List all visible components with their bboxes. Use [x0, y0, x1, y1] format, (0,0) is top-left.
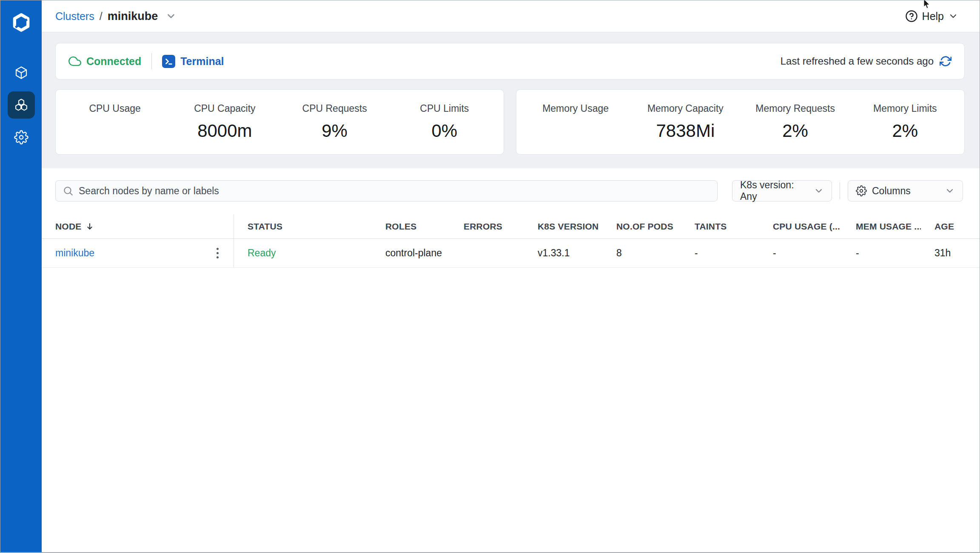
column-header-k8s-version[interactable]: K8S VERSION: [524, 214, 603, 238]
connection-status-bar: Connected Terminal Last refreshed a few …: [55, 43, 965, 79]
nodes-list-section: K8s version: Any Columns NODE: [42, 168, 980, 552]
breadcrumb-clusters-link[interactable]: Clusters: [55, 10, 94, 23]
app-logo[interactable]: [10, 12, 32, 34]
stat-label: Memory Usage: [542, 103, 609, 114]
column-header-cpu-usage[interactable]: CPU USAGE (...: [759, 214, 842, 238]
status-badge: Ready: [248, 247, 276, 259]
roles-cell: control-plane: [372, 239, 450, 267]
age-value: 31h: [934, 247, 951, 259]
stat-cpu-limits: CPU Limits 0%: [390, 103, 499, 142]
column-header-age[interactable]: AGE: [921, 214, 980, 238]
nodes-table: NODE STATUS ROLES ERRORS K8S VERSION NO.…: [42, 214, 980, 268]
taints-cell: -: [681, 239, 759, 267]
stat-value: 7838Mi: [656, 120, 715, 142]
stat-value: 0%: [432, 120, 458, 142]
column-header-label: ROLES: [385, 221, 416, 232]
k8s-version-value: v1.33.1: [538, 247, 570, 259]
stat-label: Memory Requests: [755, 103, 835, 114]
column-header-label: STATUS: [248, 221, 282, 232]
cpu-usage-value: -: [773, 247, 776, 259]
column-header-errors[interactable]: ERRORS: [450, 214, 524, 238]
help-label: Help: [922, 10, 944, 23]
stat-value: 2%: [782, 120, 808, 142]
column-header-label: NO.OF PODS: [616, 221, 673, 232]
column-header-label: CPU USAGE (...: [773, 221, 840, 232]
pods-cell: 8: [603, 239, 681, 267]
chevron-down-icon: [948, 11, 958, 21]
table-header-row: NODE STATUS ROLES ERRORS K8S VERSION NO.…: [42, 214, 980, 239]
breadcrumb-current-cluster: minikube: [108, 10, 158, 23]
stat-value: 2%: [892, 120, 918, 142]
column-header-status[interactable]: STATUS: [234, 214, 372, 238]
cluster-icon: [14, 97, 29, 113]
column-header-label: MEM USAGE ...: [856, 221, 921, 232]
main-area: Clusters / minikube Help: [42, 0, 980, 552]
column-header-taints[interactable]: TAINTS: [681, 214, 759, 238]
stat-cpu-capacity: CPU Capacity 8000m: [170, 103, 279, 142]
columns-dropdown-label: Columns: [872, 185, 940, 197]
column-header-label: ERRORS: [464, 221, 502, 232]
column-header-mem-usage[interactable]: MEM USAGE ...: [842, 214, 921, 238]
gear-icon: [856, 185, 867, 196]
cube-icon: [14, 65, 29, 80]
mem-usage-value: -: [856, 247, 859, 259]
column-header-node[interactable]: NODE: [42, 214, 234, 238]
roles-value: control-plane: [385, 247, 442, 259]
sidebar-item-resources[interactable]: [8, 59, 35, 86]
search-icon: [63, 185, 74, 196]
terminal-button[interactable]: Terminal: [162, 55, 224, 68]
column-header-label: AGE: [934, 221, 954, 232]
column-header-roles[interactable]: ROLES: [372, 214, 450, 238]
sort-desc-icon: [85, 222, 94, 231]
terminal-label: Terminal: [180, 55, 224, 68]
stat-cpu-usage: CPU Usage: [60, 103, 170, 142]
stat-memory-capacity: Memory Capacity 7838Mi: [630, 103, 740, 142]
sidebar: [0, 0, 42, 552]
errors-cell: [450, 239, 524, 267]
divider: [151, 53, 152, 69]
cpu-stats-card: CPU Usage CPU Capacity 8000m CPU Request…: [55, 89, 504, 155]
app-window: Clusters / minikube Help: [0, 0, 980, 553]
refresh-button[interactable]: [940, 55, 952, 67]
divider: [840, 182, 840, 199]
breadcrumb-separator: /: [100, 10, 103, 23]
hex-link-logo-icon: [11, 13, 32, 34]
cloud-icon: [68, 55, 81, 68]
column-header-label: TAINTS: [695, 221, 726, 232]
search-input[interactable]: [79, 185, 710, 197]
node-name-link[interactable]: minikube: [55, 247, 94, 259]
stat-memory-requests: Memory Requests 2%: [741, 103, 850, 142]
chevron-down-icon: [814, 186, 824, 196]
gear-icon: [14, 130, 28, 145]
pods-value: 8: [616, 247, 622, 259]
columns-config-dropdown[interactable]: Columns: [848, 180, 963, 201]
column-header-label: NODE: [55, 221, 81, 232]
node-search: [55, 180, 718, 201]
stat-label: Memory Capacity: [647, 103, 724, 114]
filters-row: K8s version: Any Columns: [55, 180, 965, 201]
stat-label: CPU Usage: [89, 103, 140, 114]
breadcrumb: Clusters / minikube: [55, 10, 177, 23]
refresh-icon: [940, 55, 952, 67]
column-header-label: K8S VERSION: [538, 221, 598, 232]
column-header-pods[interactable]: NO.OF PODS: [603, 214, 681, 238]
terminal-icon: [162, 55, 175, 68]
stats-row: CPU Usage CPU Capacity 8000m CPU Request…: [55, 89, 965, 155]
cluster-switcher-button[interactable]: [165, 11, 177, 22]
stat-label: CPU Limits: [420, 103, 469, 114]
stat-label: CPU Requests: [302, 103, 367, 114]
k8s-version-filter-value: K8s version: Any: [740, 179, 809, 202]
sidebar-item-settings[interactable]: [8, 124, 35, 151]
help-menu-button[interactable]: Help: [905, 10, 958, 23]
cpu-usage-cell: -: [759, 239, 842, 267]
stat-memory-limits: Memory Limits 2%: [850, 103, 960, 142]
kebab-menu-icon[interactable]: [210, 246, 225, 261]
stat-cpu-requests: CPU Requests 9%: [280, 103, 390, 142]
sidebar-item-nodes[interactable]: [8, 91, 35, 119]
table-row: minikube Ready control-plane v1.33.1 8 -…: [42, 239, 980, 268]
stat-value: 8000m: [197, 120, 252, 142]
refresh-area: Last refreshed a few seconds ago: [781, 55, 952, 67]
node-cell: minikube: [42, 239, 234, 267]
k8s-version-filter-dropdown[interactable]: K8s version: Any: [732, 180, 832, 201]
connection-status-label: Connected: [86, 55, 141, 68]
